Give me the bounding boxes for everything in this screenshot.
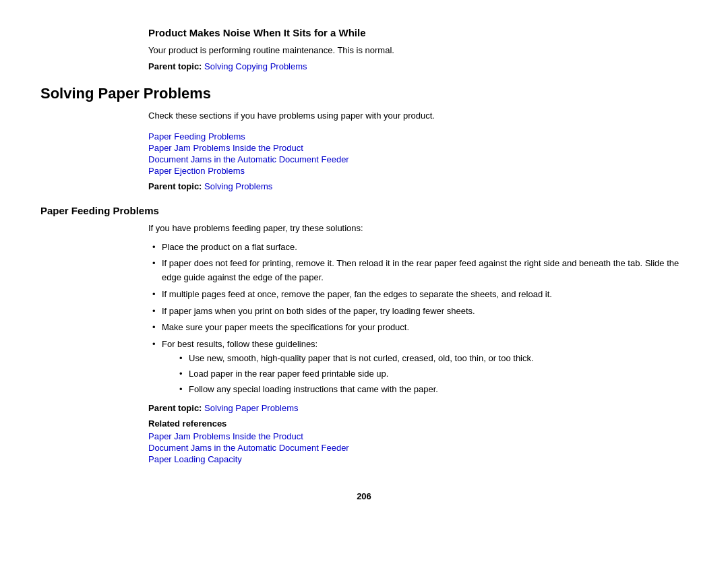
paper-feeding-sub-bullets: Use new, smooth, high-quality paper that…	[162, 352, 688, 396]
parent-topic-label-1: Parent topic:	[148, 61, 202, 71]
solving-paper-heading: Solving Paper Problems	[40, 85, 688, 102]
paper-feeding-intro: If you have problems feeding paper, try …	[148, 222, 688, 235]
paper-ejection-problems-link[interactable]: Paper Ejection Problems	[148, 166, 688, 176]
related-references-label: Related references	[148, 418, 688, 429]
bullet-3: If multiple pages feed at once, remove t…	[148, 288, 688, 302]
bullet-1: Place the product on a flat surface.	[148, 241, 688, 255]
product-noise-parent-topic: Parent topic: Solving Copying Problems	[148, 61, 688, 71]
related-paper-loading-link[interactable]: Paper Loading Capacity	[148, 454, 688, 464]
paper-feeding-bullets: Place the product on a flat surface. If …	[148, 241, 688, 397]
solving-paper-links: Paper Feeding Problems Paper Jam Problem…	[148, 131, 688, 176]
product-noise-section: Product Makes Noise When It Sits for a W…	[40, 27, 688, 71]
bullet-2: If paper does not feed for printing, rem…	[148, 257, 688, 285]
solving-problems-link[interactable]: Solving Problems	[204, 181, 272, 191]
sub-bullet-1: Use new, smooth, high-quality paper that…	[175, 352, 688, 366]
solving-paper-section: Solving Paper Problems Check these secti…	[40, 85, 688, 192]
page-number: 206	[40, 491, 688, 501]
sub-bullet-2: Load paper in the rear paper feed printa…	[175, 367, 688, 381]
parent-topic-label-3: Parent topic:	[148, 403, 202, 413]
related-references-block: Related references Paper Jam Problems In…	[148, 418, 688, 464]
bullet-4: If paper jams when you print on both sid…	[148, 305, 688, 319]
bullet-6: For best results, follow these guideline…	[148, 338, 688, 396]
paper-feeding-section: Paper Feeding Problems If you have probl…	[40, 205, 688, 464]
solving-paper-problems-link[interactable]: Solving Paper Problems	[204, 403, 298, 413]
parent-topic-label-2: Parent topic:	[148, 181, 202, 191]
solving-paper-body: Check these sections if you have problem…	[40, 109, 688, 192]
solving-copying-problems-link[interactable]: Solving Copying Problems	[204, 61, 307, 71]
product-noise-text: Your product is performing routine maint…	[148, 44, 688, 57]
document-jams-adf-link[interactable]: Document Jams in the Automatic Document …	[148, 154, 688, 164]
related-document-jams-link[interactable]: Document Jams in the Automatic Document …	[148, 443, 688, 453]
page-container: Product Makes Noise When It Sits for a W…	[0, 0, 728, 562]
paper-feeding-body: If you have problems feeding paper, try …	[40, 222, 688, 464]
product-noise-heading: Product Makes Noise When It Sits for a W…	[40, 27, 688, 38]
bullet-5: Make sure your paper meets the specifica…	[148, 321, 688, 335]
solving-paper-parent-topic: Parent topic: Solving Problems	[148, 181, 688, 191]
sub-bullet-3: Follow any special loading instructions …	[175, 383, 688, 397]
solving-paper-intro: Check these sections if you have problem…	[148, 109, 688, 123]
paper-feeding-heading: Paper Feeding Problems	[40, 205, 688, 216]
product-noise-body: Your product is performing routine maint…	[40, 44, 688, 71]
paper-feeding-parent-topic: Parent topic: Solving Paper Problems	[148, 403, 688, 413]
paper-jam-problems-link[interactable]: Paper Jam Problems Inside the Product	[148, 143, 688, 153]
paper-feeding-problems-link[interactable]: Paper Feeding Problems	[148, 131, 688, 142]
related-paper-jam-link[interactable]: Paper Jam Problems Inside the Product	[148, 431, 688, 441]
